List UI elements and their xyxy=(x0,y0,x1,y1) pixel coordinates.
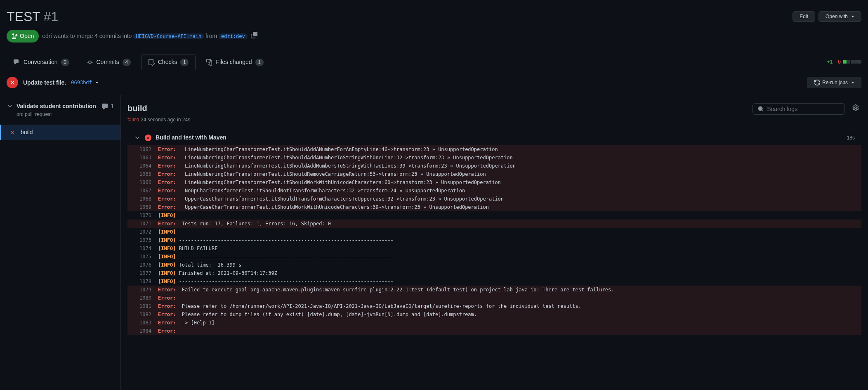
sync-icon xyxy=(814,79,821,86)
log-line: 1064Error: LineNumberingCharTransformerT… xyxy=(127,162,861,170)
log-line-content: Error: Please refer to /home/runner/work… xyxy=(158,302,581,310)
pr-title-text: TEST xyxy=(7,7,40,26)
sidebar-job-build[interactable]: build xyxy=(0,125,120,140)
git-commit-icon xyxy=(87,59,93,66)
log-line-content: Error: xyxy=(158,327,182,335)
head-branch[interactable]: edri:dev xyxy=(219,33,248,39)
log-line-number[interactable]: 1077 xyxy=(134,269,151,277)
log-line-number[interactable]: 1071 xyxy=(134,220,151,228)
log-line-number[interactable]: 1063 xyxy=(134,154,151,162)
log-line-content: Error: LineNumberingCharTransformerTest.… xyxy=(158,170,486,178)
log-line: 1071Error: Tests run: 17, Failures: 1, E… xyxy=(127,220,861,228)
log-line-content: Error: LineNumberingCharTransformerTest.… xyxy=(158,162,516,170)
log-line-content: Error: UpperCaseCharTransformerTest.itSh… xyxy=(158,203,489,211)
log-line: 1077[INFO] Finished at: 2021-09-30T14:17… xyxy=(127,269,861,277)
log-line-number[interactable]: 1066 xyxy=(134,178,151,187)
log-line-number[interactable]: 1074 xyxy=(134,244,151,253)
log-line-content: [INFO] xyxy=(158,211,176,220)
log-line-number[interactable]: 1072 xyxy=(134,228,151,236)
log-line-content: [INFO] BUILD FAILURE xyxy=(158,244,218,253)
log-line: 1083Error: -> [Help 1] xyxy=(127,319,861,327)
chevron-down-icon[interactable] xyxy=(7,102,13,112)
log-line-number[interactable]: 1076 xyxy=(134,261,151,269)
log-line-content: Error: LineNumberingCharTransformerTest.… xyxy=(158,145,498,154)
log-line-number[interactable]: 1069 xyxy=(134,203,151,211)
sidebar-job-label: build xyxy=(21,128,33,137)
tab-commits[interactable]: Commits 4 xyxy=(80,54,138,70)
log-line-content: [INFO] xyxy=(158,228,176,236)
diff-deletions: −0 xyxy=(835,58,841,66)
log-line: 1081Error: Please refer to /home/runner/… xyxy=(127,302,861,310)
step-header[interactable]: Build and test with Maven 18s xyxy=(127,130,861,145)
job-title: build xyxy=(127,102,190,114)
rerun-jobs-button[interactable]: Re-run jobs xyxy=(807,77,861,88)
pr-author[interactable]: edri xyxy=(42,33,52,39)
log-line-number[interactable]: 1070 xyxy=(134,211,151,220)
pr-title: TEST #1 xyxy=(7,7,58,26)
log-line: 1075[INFO] -----------------------------… xyxy=(127,253,861,261)
log-line-number[interactable]: 1081 xyxy=(134,302,151,310)
step-name: Build and test with Maven xyxy=(156,133,226,142)
log-line-content: Error: UpperCaseCharTransformerTest.itSh… xyxy=(158,195,504,203)
tab-files[interactable]: Files changed 1 xyxy=(199,54,270,70)
log-line-content: Error: LineNumberingCharTransformerTest.… xyxy=(158,178,501,187)
log-line-number[interactable]: 1062 xyxy=(134,145,151,154)
log-line-number[interactable]: 1064 xyxy=(134,162,151,170)
pr-number: #1 xyxy=(44,7,59,26)
x-circle-fill-icon xyxy=(145,135,151,141)
workflow-name[interactable]: Validate student contribution xyxy=(17,102,96,111)
commit-title: Update test file. xyxy=(23,78,66,87)
log-line-number[interactable]: 1065 xyxy=(134,170,151,178)
git-pull-request-icon xyxy=(12,33,18,40)
copy-icon[interactable] xyxy=(251,32,257,41)
tab-conversation[interactable]: Conversation 0 xyxy=(7,54,76,70)
tab-checks[interactable]: Checks 1 xyxy=(141,54,196,70)
diff-additions: +1 xyxy=(827,58,833,66)
log-line: 1079Error: Failed to execute goal org.ap… xyxy=(127,286,861,294)
log-line-content: Error: NoOpCharTransformerTest.itShouldN… xyxy=(158,187,465,195)
log-line-content: Error: Failed to execute goal org.apache… xyxy=(158,286,614,294)
status-fail-icon xyxy=(7,77,18,88)
log-line: 1062Error: LineNumberingCharTransformerT… xyxy=(127,145,861,154)
log-line: 1078[INFO] -----------------------------… xyxy=(127,277,861,286)
log-line-content: [INFO] ---------------------------------… xyxy=(158,236,394,244)
log-line: 1084Error: xyxy=(127,327,861,335)
log-line-number[interactable]: 1082 xyxy=(134,310,151,319)
checklist-icon xyxy=(148,59,155,66)
log-line-number[interactable]: 1073 xyxy=(134,236,151,244)
log-line-number[interactable]: 1079 xyxy=(134,286,151,294)
search-logs-box[interactable] xyxy=(752,103,845,115)
chevron-down-icon xyxy=(851,16,854,17)
log-line: 1067Error: NoOpCharTransformerTest.itSho… xyxy=(127,187,861,195)
diff-stat: +1 −0 xyxy=(827,58,861,66)
x-circle-icon xyxy=(9,129,16,136)
log-line-number[interactable]: 1078 xyxy=(134,277,151,286)
log-line-number[interactable]: 1068 xyxy=(134,195,151,203)
gear-icon[interactable] xyxy=(850,102,861,116)
files-count: 1 xyxy=(255,59,264,66)
log-line-content: [INFO] Total time: 16.399 s xyxy=(158,261,241,269)
conversation-count: 0 xyxy=(61,59,69,66)
log-line-content: Error: xyxy=(158,294,182,302)
open-with-button[interactable]: Open with xyxy=(818,11,861,22)
log-line-content: Error: LineNumberingCharTransformerTest.… xyxy=(158,154,513,162)
chevron-down-icon xyxy=(134,135,141,141)
log-line-number[interactable]: 1067 xyxy=(134,187,151,195)
log-line-number[interactable]: 1080 xyxy=(134,294,151,302)
diff-blocks-icon xyxy=(843,60,861,64)
checks-count: 1 xyxy=(180,59,189,66)
log-line-number[interactable]: 1075 xyxy=(134,253,151,261)
log-line: 1070[INFO] xyxy=(127,211,861,220)
log-line-number[interactable]: 1084 xyxy=(134,327,151,335)
log-line-content: [INFO] ---------------------------------… xyxy=(158,277,394,286)
search-logs-input[interactable] xyxy=(767,106,840,112)
commit-sha-link[interactable]: 0693bdf xyxy=(71,79,99,86)
annotations-button[interactable]: 1 xyxy=(101,102,114,111)
log-line-number[interactable]: 1083 xyxy=(134,319,151,327)
log-line-content: [INFO] ---------------------------------… xyxy=(158,253,394,261)
log-line-content: Error: Please refer to dump files (if an… xyxy=(158,310,477,319)
base-branch[interactable]: HEIGVD-Course-API:main xyxy=(133,33,204,39)
edit-button[interactable]: Edit xyxy=(793,11,815,22)
log-line: 1073[INFO] -----------------------------… xyxy=(127,236,861,244)
comment-discussion-icon xyxy=(14,59,20,66)
